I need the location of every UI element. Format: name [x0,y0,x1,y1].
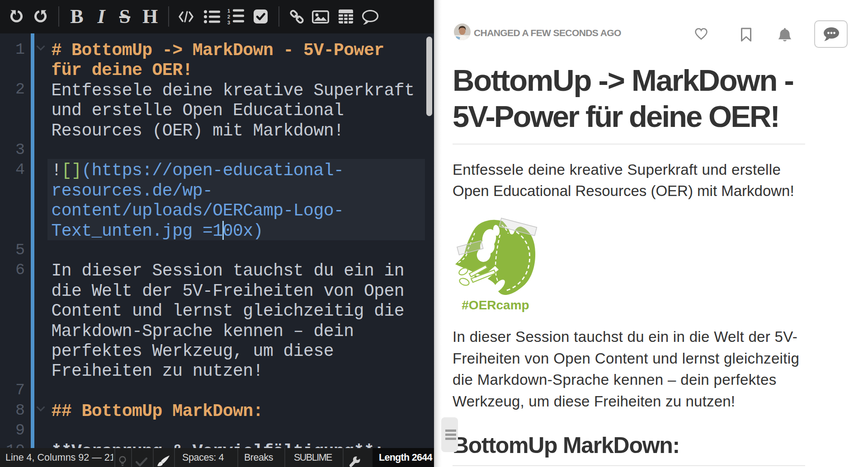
svg-text:1: 1 [227,9,230,14]
svg-text:#OERcamp: #OERcamp [462,298,529,312]
svg-text:2: 2 [227,14,230,19]
svg-text:3: 3 [227,20,230,24]
